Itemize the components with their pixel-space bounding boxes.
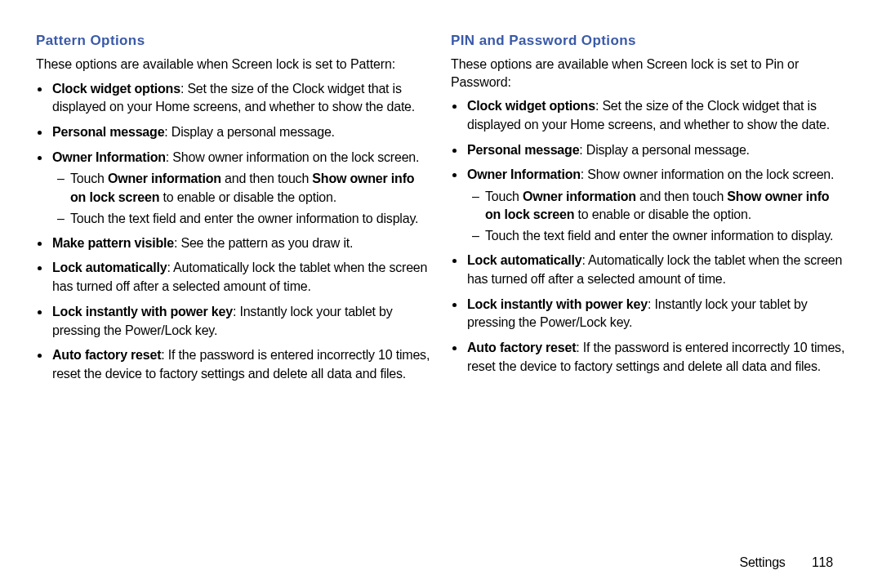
- item-bold: Auto factory reset: [467, 341, 576, 354]
- list-item: Lock automatically: Automatically lock t…: [51, 259, 431, 296]
- txt: to enable or disable the option.: [159, 190, 336, 204]
- item-bold: Clock widget options: [467, 99, 595, 113]
- list-item: Personal message: Display a personal mes…: [466, 141, 846, 160]
- item-bold: Personal message: [467, 143, 579, 157]
- list-item: Lock instantly with power key: Instantly…: [466, 296, 846, 332]
- item-text: : Show owner information on the lock scr…: [166, 150, 419, 164]
- list-item: Clock widget options: Set the size of th…: [466, 97, 846, 134]
- nested-list: Touch Owner information and then touch S…: [52, 170, 431, 227]
- txt: and then touch: [221, 172, 313, 185]
- pin-intro: These options are available when Screen …: [451, 56, 846, 91]
- txt-bold: Owner information: [523, 189, 636, 203]
- nested-item: Touch the text field and enter the owner…: [479, 227, 846, 245]
- right-column: PIN and Password Options These options a…: [441, 33, 856, 580]
- list-item: Owner Information: Show owner informatio…: [466, 166, 846, 245]
- pattern-options-heading: Pattern Options: [36, 33, 431, 49]
- item-bold: Make pattern visible: [52, 236, 174, 250]
- pattern-bullets: Clock widget options: Set the size of th…: [36, 80, 431, 384]
- document-page: Pattern Options These options are availa…: [0, 0, 882, 588]
- item-bold: Owner Information: [52, 150, 166, 164]
- txt: Touch: [485, 189, 523, 203]
- list-item: Personal message: Display a personal mes…: [51, 123, 431, 142]
- list-item: Auto factory reset: If the password is e…: [466, 339, 846, 376]
- item-bold: Auto factory reset: [52, 348, 161, 362]
- item-text: : Display a personal message.: [579, 143, 750, 157]
- nested-item: Touch Owner information and then touch S…: [479, 188, 846, 224]
- item-bold: Owner Information: [467, 167, 581, 181]
- item-bold: Lock automatically: [52, 261, 167, 274]
- nested-item: Touch the text field and enter the owner…: [64, 210, 431, 228]
- txt: Touch: [70, 172, 108, 185]
- list-item: Make pattern visible: See the pattern as…: [51, 234, 431, 253]
- left-column: Pattern Options These options are availa…: [26, 33, 441, 580]
- item-bold: Lock instantly with power key: [467, 297, 648, 311]
- nested-list: Touch Owner information and then touch S…: [467, 188, 846, 245]
- txt: to enable or disable the option.: [574, 207, 751, 221]
- list-item: Lock instantly with power key: Instantly…: [51, 303, 431, 340]
- item-bold: Lock automatically: [467, 253, 581, 267]
- txt: Touch the text field and enter the owner…: [485, 229, 833, 243]
- pin-bullets: Clock widget options: Set the size of th…: [451, 97, 846, 376]
- list-item: Lock automatically: Automatically lock t…: [466, 252, 846, 288]
- item-text: : Display a personal message.: [164, 125, 335, 139]
- txt: Touch the text field and enter the owner…: [70, 212, 418, 225]
- pattern-intro: These options are available when Screen …: [36, 56, 431, 74]
- list-item: Clock widget options: Set the size of th…: [51, 80, 431, 117]
- list-item: Auto factory reset: If the password is e…: [51, 346, 431, 383]
- txt: and then touch: [636, 189, 728, 203]
- list-item: Owner Information: Show owner informatio…: [51, 149, 431, 228]
- nested-item: Touch Owner information and then touch S…: [64, 170, 431, 206]
- item-bold: Personal message: [52, 125, 164, 139]
- footer-section: Settings: [739, 555, 785, 569]
- item-text: : See the pattern as you draw it.: [174, 236, 353, 250]
- pin-password-heading: PIN and Password Options: [451, 33, 846, 49]
- footer-page-number: 118: [812, 555, 833, 570]
- txt-bold: Owner information: [108, 172, 221, 185]
- item-bold: Lock instantly with power key: [52, 305, 233, 318]
- item-bold: Clock widget options: [52, 82, 180, 96]
- item-text: : Show owner information on the lock scr…: [581, 167, 834, 181]
- page-footer: Settings 118: [739, 555, 833, 570]
